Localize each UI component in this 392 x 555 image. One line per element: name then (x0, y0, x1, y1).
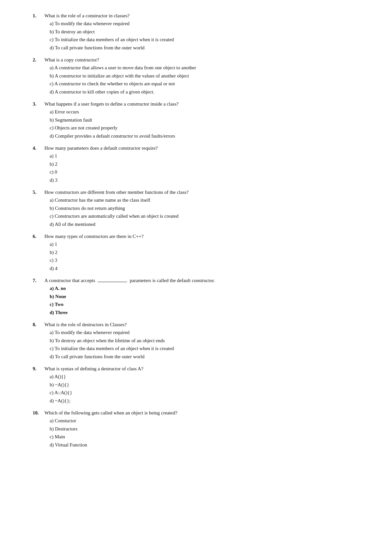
question-block-7: 7.A constructor that accepts parameters … (33, 278, 327, 316)
option-item-3-3: c) Objects are not created properly (50, 124, 327, 132)
option-item-1-2: b) To destroy an object (50, 28, 327, 36)
question-text-5: How constructors are different from othe… (44, 190, 327, 195)
option-item-7-3: c) Two (50, 301, 327, 308)
question-number-10: 10. (33, 410, 44, 416)
questions-container: 1.What is the role of a constructor in c… (33, 13, 327, 448)
question-number-2: 2. (33, 57, 44, 63)
option-item-5-4: d) All of the mentioned (50, 221, 327, 228)
question-line-1: 1.What is the role of a constructor in c… (33, 13, 327, 19)
question-line-5: 5.How constructors are different from ot… (33, 190, 327, 195)
option-item-3-4: d) Compiler provides a default construct… (50, 132, 327, 140)
question-number-3: 3. (33, 101, 44, 107)
option-item-8-3: c) To initialize the data members of an … (50, 345, 327, 352)
option-text-7-4: Three (55, 310, 68, 315)
option-item-10-3: c) Main (50, 433, 327, 441)
question-block-8: 8.What is the role of destructors in Cla… (33, 322, 327, 360)
question-text-7: A constructor that accepts parameters is… (44, 278, 327, 283)
option-item-7-4: d) Three (50, 309, 327, 316)
question-block-6: 6.How many types of constructors are the… (33, 234, 327, 272)
option-item-9-3: c) A::A(){} (50, 389, 327, 396)
question-block-9: 9.What is syntax of defining a destructo… (33, 366, 327, 404)
question-block-10: 10.Which of the following gets called wh… (33, 410, 327, 448)
question-number-9: 9. (33, 366, 44, 372)
options-list-6: a) 1b) 2c) 3d) 4 (50, 241, 327, 272)
option-item-6-4: d) 4 (50, 265, 327, 272)
question-line-8: 8.What is the role of destructors in Cla… (33, 322, 327, 328)
question-text-10: Which of the following gets called when … (44, 410, 327, 416)
options-list-3: a) Error occursb) Segmentation faultc) O… (50, 108, 327, 140)
question-number-5: 5. (33, 190, 44, 195)
question-text-2: What is a copy constructor? (44, 57, 327, 63)
question-block-2: 2.What is a copy constructor?a) A constr… (33, 57, 327, 95)
question-text-1: What is the role of a constructor in cla… (44, 13, 327, 19)
question-block-5: 5.How constructors are different from ot… (33, 190, 327, 228)
options-list-9: a) A(){}b) ~A(){}c) A::A(){}d) ~A(){}; (50, 373, 327, 404)
option-item-5-2: b) Constructors do not return anything (50, 205, 327, 212)
option-item-10-4: d) Virtual Function (50, 441, 327, 449)
option-item-4-2: b) 2 (50, 160, 327, 168)
option-item-5-3: c) Constructors are automatically called… (50, 212, 327, 220)
option-item-7-2: b) None (50, 293, 327, 300)
option-item-4-3: c) 0 (50, 168, 327, 176)
question-line-2: 2.What is a copy constructor? (33, 57, 327, 63)
option-item-10-1: a) Constuctor (50, 417, 327, 425)
question-number-7: 7. (33, 278, 44, 283)
question-block-3: 3.What happens if a user forgets to defi… (33, 101, 327, 140)
option-item-6-1: a) 1 (50, 241, 327, 248)
option-text-7-2: None (55, 294, 66, 299)
option-item-2-4: d) A constructor to kill other copies of… (50, 88, 327, 96)
question-number-1: 1. (33, 13, 44, 19)
option-item-5-1: a) Constructor has the same name as the … (50, 196, 327, 204)
option-item-4-1: a) 1 (50, 152, 327, 160)
option-label-7-4: d) (50, 310, 55, 315)
options-list-4: a) 1b) 2c) 0d) 3 (50, 152, 327, 184)
question-line-7: 7.A constructor that accepts parameters … (33, 278, 327, 283)
option-item-7-1: a) A. no (50, 285, 327, 292)
question-line-10: 10.Which of the following gets called wh… (33, 410, 327, 416)
options-list-8: a) To modify the data whenever requiredb… (50, 329, 327, 360)
option-label-7-2: b) (50, 294, 55, 299)
options-list-7: a) A. nob) Nonec) Twod) Three (50, 285, 327, 316)
question-text-3: What happens if a user forgets to define… (44, 101, 327, 107)
option-item-6-3: c) 3 (50, 257, 327, 264)
question-line-9: 9.What is syntax of defining a destructo… (33, 366, 327, 372)
option-item-8-4: d) To call private functions from the ou… (50, 353, 327, 361)
option-item-6-2: b) 2 (50, 249, 327, 256)
question-text-6: How many types of constructors are there… (44, 234, 327, 239)
question-line-3: 3.What happens if a user forgets to defi… (33, 101, 327, 107)
question-number-4: 4. (33, 145, 44, 151)
question-text-4: How many parameters does a default const… (44, 145, 327, 151)
question-line-4: 4.How many parameters does a default con… (33, 145, 327, 151)
option-item-1-3: c) To initialize the data members of an … (50, 36, 327, 43)
option-item-1-4: d) To call private functions from the ou… (50, 44, 327, 52)
question-number-8: 8. (33, 322, 44, 328)
option-item-1-1: a) To modify the data whenever required (50, 20, 327, 27)
option-item-9-1: a) A(){} (50, 373, 327, 380)
option-text-7-1: A. no (55, 286, 66, 291)
option-item-2-1: a) A constructor that allows a user to m… (50, 64, 327, 72)
question-text-8: What is the role of destructors in Class… (44, 322, 327, 328)
question-block-1: 1.What is the role of a constructor in c… (33, 13, 327, 51)
option-label-7-1: a) (50, 286, 55, 291)
question-text-after-7: parameters is called the default constru… (128, 278, 215, 283)
option-item-2-2: b) A constructor to initialize an object… (50, 72, 327, 80)
options-list-10: a) Constuctorb) Destructorsc) Maind) Vir… (50, 417, 327, 448)
options-list-2: a) A constructor that allows a user to m… (50, 64, 327, 95)
option-label-7-3: c) (50, 302, 55, 307)
option-item-8-1: a) To modify the data whenever required (50, 329, 327, 336)
option-item-8-2: b) To destroy an object when the lifetim… (50, 337, 327, 345)
option-item-10-2: b) Destructors (50, 425, 327, 433)
question-block-4: 4.How many parameters does a default con… (33, 145, 327, 184)
option-item-4-4: d) 3 (50, 177, 327, 184)
option-item-2-3: c) A constructor to check the whether to… (50, 80, 327, 88)
option-text-7-3: Two (55, 302, 63, 307)
option-item-9-4: d) ~A(){}; (50, 397, 327, 405)
question-blank-7 (98, 282, 127, 282)
options-list-1: a) To modify the data whenever requiredb… (50, 20, 327, 51)
question-line-6: 6.How many types of constructors are the… (33, 234, 327, 239)
question-number-6: 6. (33, 234, 44, 239)
option-item-3-2: b) Segmentation fault (50, 116, 327, 124)
option-item-9-2: b) ~A(){} (50, 381, 327, 389)
option-item-3-1: a) Error occurs (50, 108, 327, 116)
question-text-9: What is syntax of defining a destructor … (44, 366, 327, 372)
